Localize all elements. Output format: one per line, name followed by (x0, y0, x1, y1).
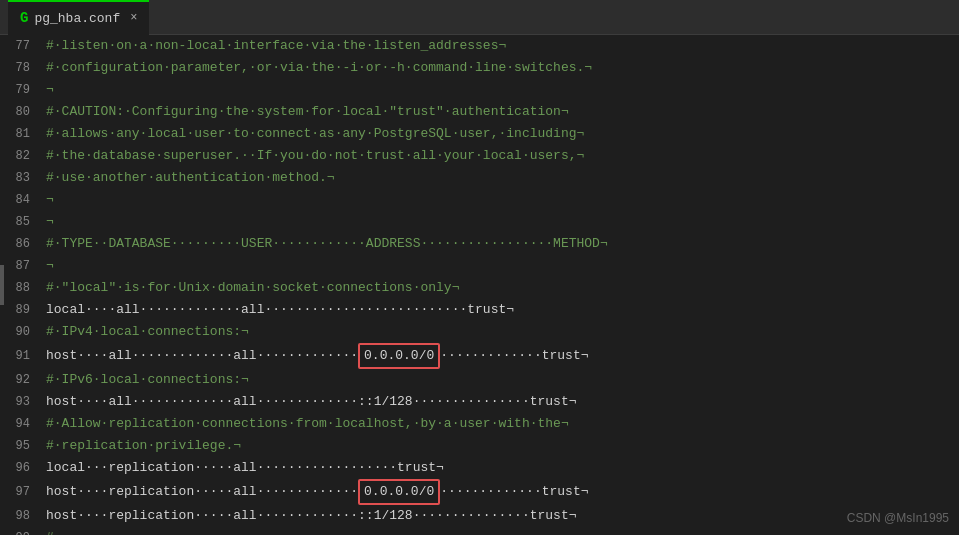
line-content: ¬ (42, 189, 959, 211)
close-icon[interactable]: × (130, 11, 137, 25)
highlight-address: 0.0.0.0/0 (358, 343, 440, 369)
code-line: 91host····all·············all···········… (0, 343, 959, 369)
line-number: 78 (0, 57, 42, 79)
line-number: 92 (0, 369, 42, 391)
line-text-after: ·············trust¬ (440, 484, 588, 499)
line-number: 85 (0, 211, 42, 233)
line-content: host····all·············all·············… (42, 391, 959, 413)
line-content: host····replication·····all·············… (42, 479, 959, 505)
line-number: 94 (0, 413, 42, 435)
line-content: #·the·database·superuser.··If·you·do·not… (42, 145, 959, 167)
line-content: host····replication·····all·············… (42, 505, 959, 527)
tab-bar: G pg_hba.conf × (0, 0, 959, 35)
code-line: 78#·configuration·parameter,·or·via·the·… (0, 57, 959, 79)
code-line: 87¬ (0, 255, 959, 277)
line-number: 81 (0, 123, 42, 145)
line-content: ¬ (42, 211, 959, 233)
file-tab[interactable]: G pg_hba.conf × (8, 0, 149, 35)
code-line: 97host····replication·····all···········… (0, 479, 959, 505)
left-indicator (0, 265, 4, 305)
code-line: 94#·Allow·replication·connections·from·l… (0, 413, 959, 435)
line-number: 84 (0, 189, 42, 211)
tab-filename: pg_hba.conf (34, 11, 120, 26)
code-line: 77#·listen·on·a·non-local·interface·via·… (0, 35, 959, 57)
line-number: 89 (0, 299, 42, 321)
line-number: 80 (0, 101, 42, 123)
line-number: 98 (0, 505, 42, 527)
line-number: 88 (0, 277, 42, 299)
code-line: 79¬ (0, 79, 959, 101)
line-content: host····all·············all·············… (42, 343, 959, 369)
line-content: #·IPv6·local·connections:¬ (42, 369, 959, 391)
code-line: 96local···replication·····all···········… (0, 457, 959, 479)
line-number: 82 (0, 145, 42, 167)
code-line: 88#·"local"·is·for·Unix·domain·socket·co… (0, 277, 959, 299)
line-content: #·IPv4·local·connections:¬ (42, 321, 959, 343)
lines-container: 77#·listen·on·a·non-local·interface·via·… (0, 35, 959, 535)
code-line: 99#¬ (0, 527, 959, 535)
line-content: #·"local"·is·for·Unix·domain·socket·conn… (42, 277, 959, 299)
line-number: 86 (0, 233, 42, 255)
code-line: 98host····replication·····all···········… (0, 505, 959, 527)
watermark: CSDN @MsIn1995 (847, 511, 949, 525)
code-line: 86#·TYPE··DATABASE·········USER·········… (0, 233, 959, 255)
line-text-after: ·············trust¬ (440, 348, 588, 363)
code-line: 89local····all·············all··········… (0, 299, 959, 321)
code-line: 90#·IPv4·local·connections:¬ (0, 321, 959, 343)
line-number: 93 (0, 391, 42, 413)
highlight-address: 0.0.0.0/0 (358, 479, 440, 505)
line-text-before: host····replication·····all············· (46, 484, 358, 499)
line-number: 91 (0, 345, 42, 367)
line-number: 96 (0, 457, 42, 479)
code-line: 95#·replication·privilege.¬ (0, 435, 959, 457)
line-content: #·allows·any·local·user·to·connect·as·an… (42, 123, 959, 145)
line-content: #¬ (42, 527, 959, 535)
code-line: 85¬ (0, 211, 959, 233)
line-text-before: host····all·············all············· (46, 348, 358, 363)
g-icon: G (20, 10, 28, 26)
code-line: 83#·use·another·authentication·method.¬ (0, 167, 959, 189)
code-line: 92#·IPv6·local·connections:¬ (0, 369, 959, 391)
line-content: local···replication·····all·············… (42, 457, 959, 479)
line-number: 77 (0, 35, 42, 57)
code-line: 80#·CAUTION:·Configuring·the·system·for·… (0, 101, 959, 123)
line-content: #·use·another·authentication·method.¬ (42, 167, 959, 189)
line-number: 97 (0, 481, 42, 503)
line-number: 99 (0, 527, 42, 535)
code-line: 82#·the·database·superuser.··If·you·do·n… (0, 145, 959, 167)
line-content: #·TYPE··DATABASE·········USER···········… (42, 233, 959, 255)
code-line: 81#·allows·any·local·user·to·connect·as·… (0, 123, 959, 145)
line-number: 79 (0, 79, 42, 101)
line-number: 83 (0, 167, 42, 189)
line-content: #·Allow·replication·connections·from·loc… (42, 413, 959, 435)
line-number: 95 (0, 435, 42, 457)
line-number: 90 (0, 321, 42, 343)
code-line: 93host····all·············all···········… (0, 391, 959, 413)
line-content: local····all·············all············… (42, 299, 959, 321)
line-content: #·listen·on·a·non-local·interface·via·th… (42, 35, 959, 57)
line-content: ¬ (42, 255, 959, 277)
line-content: #·configuration·parameter,·or·via·the·-i… (42, 57, 959, 79)
line-content: #·replication·privilege.¬ (42, 435, 959, 457)
code-line: 84¬ (0, 189, 959, 211)
line-content: ¬ (42, 79, 959, 101)
line-number: 87 (0, 255, 42, 277)
editor-area: 77#·listen·on·a·non-local·interface·via·… (0, 35, 959, 535)
line-content: #·CAUTION:·Configuring·the·system·for·lo… (42, 101, 959, 123)
